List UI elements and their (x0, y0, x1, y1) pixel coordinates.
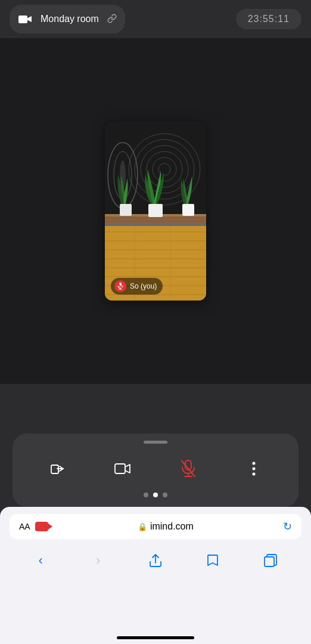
tabs-icon (264, 554, 277, 567)
tabs-button[interactable] (257, 547, 284, 574)
aa-label[interactable]: AA (19, 522, 30, 531)
user-name-label: So (you) (130, 282, 157, 290)
toolbar-container (0, 434, 311, 507)
dot-2 (153, 493, 158, 497)
video-recording-icon (35, 522, 48, 531)
bookmarks-button[interactable] (200, 547, 226, 574)
browser-url-left: AA (19, 522, 48, 531)
toolbar (13, 434, 298, 507)
more-button[interactable] (238, 453, 269, 484)
lock-icon: 🔒 (138, 522, 147, 531)
url-text[interactable]: imind.com (150, 521, 194, 532)
pagination-dots (144, 493, 167, 497)
timer-display: 23:55:11 (236, 9, 301, 29)
forward-arrow-icon: › (96, 553, 100, 568)
home-indicator (117, 636, 194, 639)
timer-text: 23:55:11 (248, 14, 290, 24)
dot-1 (144, 493, 148, 497)
svg-point-39 (253, 462, 256, 465)
user-label: So (you) (111, 278, 163, 295)
link-icon (107, 14, 117, 25)
header: Monday room 23:55:11 (0, 0, 311, 38)
browser-url-center: 🔒 imind.com (48, 521, 283, 532)
share-button[interactable] (142, 547, 169, 574)
mic-muted-icon (114, 280, 126, 292)
video-area: So (you) (0, 38, 311, 384)
browser-url-bar[interactable]: AA 🔒 imind.com ↻ (10, 514, 301, 539)
back-arrow-icon: ‹ (39, 553, 43, 568)
svg-point-40 (253, 467, 256, 470)
svg-rect-14 (148, 204, 163, 217)
camera-icon (15, 10, 35, 29)
camera-toggle-button[interactable] (107, 453, 138, 484)
toolbar-buttons (13, 453, 298, 484)
browser-nav: ‹ › (0, 541, 311, 580)
bookmarks-icon (206, 553, 219, 568)
mic-toggle-button[interactable] (173, 453, 204, 484)
svg-rect-27 (105, 223, 206, 226)
drag-handle[interactable] (144, 441, 167, 444)
back-button[interactable]: ‹ (27, 547, 54, 574)
svg-rect-34 (115, 464, 125, 473)
reload-icon[interactable]: ↻ (283, 520, 292, 533)
svg-rect-13 (120, 204, 132, 216)
video-tile: So (you) (105, 122, 206, 301)
svg-rect-32 (51, 465, 58, 473)
browser-bar: AA 🔒 imind.com ↻ ‹ › (0, 507, 311, 644)
svg-rect-15 (182, 204, 194, 216)
plant-scene (105, 122, 206, 301)
svg-rect-42 (265, 557, 274, 566)
svg-point-41 (253, 473, 256, 476)
room-name-label: Monday room (41, 14, 99, 24)
dot-3 (163, 493, 167, 497)
svg-rect-0 (18, 16, 27, 23)
room-info[interactable]: Monday room (10, 5, 125, 33)
share-icon (149, 553, 162, 568)
leave-button[interactable] (42, 453, 73, 484)
forward-button[interactable]: › (85, 547, 111, 574)
